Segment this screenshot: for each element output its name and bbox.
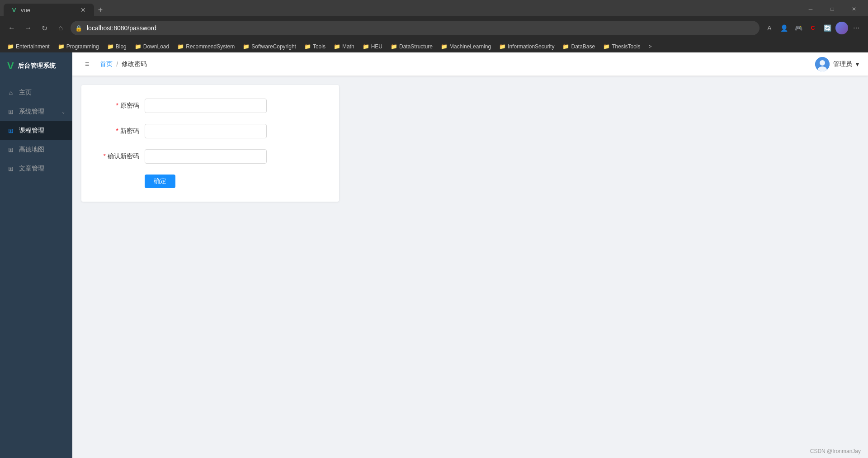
page-header: ≡ 首页 / 修改密码 管理员 ▾ [72, 52, 868, 76]
logo-text: 后台管理系统 [18, 62, 56, 70]
folder-icon: 📁 [441, 43, 448, 50]
old-password-label: *原密码 [99, 102, 145, 110]
folder-icon: 📁 [334, 43, 340, 50]
confirm-password-label: *确认新密码 [99, 152, 145, 161]
bookmark-informationsecurity[interactable]: 📁 InformationSecurity [495, 42, 558, 51]
breadcrumb-separator: / [116, 61, 118, 68]
bookmark-download[interactable]: 📁 DownLoad [131, 42, 173, 51]
bookmark-datastructure[interactable]: 📁 DataStructure [387, 42, 436, 51]
svg-point-1 [820, 60, 825, 66]
sidebar-item-label: 高德地图 [19, 146, 44, 154]
sidebar-item-label: 文章管理 [19, 165, 44, 173]
old-password-input[interactable] [145, 99, 267, 113]
admin-avatar [815, 57, 830, 71]
bookmark-thesistools[interactable]: 📁 ThesisTools [599, 42, 644, 51]
sidebar-item-map[interactable]: ⊞ 高德地图 [0, 140, 72, 159]
folder-icon: 📁 [562, 43, 569, 50]
minimize-button[interactable]: ─ [800, 2, 821, 16]
submit-button[interactable]: 确定 [145, 175, 175, 188]
bookmark-programming[interactable]: 📁 Programming [54, 42, 103, 51]
address-input[interactable] [71, 21, 760, 35]
sidebar-item-label: 系统管理 [19, 108, 44, 116]
new-password-group: *新密码 [99, 124, 321, 138]
bookmark-softwarecopyright[interactable]: 📁 SoftwareCopyright [239, 42, 300, 51]
sidebar-logo: V 后台管理系统 [0, 52, 72, 80]
article-icon: ⊞ [7, 165, 14, 172]
sidebar-item-course[interactable]: ⊞ 课程管理 [0, 121, 72, 140]
course-icon: ⊞ [7, 127, 14, 134]
chevron-down-icon: ⌄ [61, 109, 65, 114]
content-area: *原密码 *新密码 *确认新密码 [72, 76, 868, 458]
new-password-input[interactable] [145, 124, 267, 138]
bookmark-blog[interactable]: 📁 Blog [104, 42, 130, 51]
admin-info[interactable]: 管理员 ▾ [815, 57, 859, 71]
folder-icon: 📁 [58, 43, 65, 50]
main-content: ≡ 首页 / 修改密码 管理员 ▾ [72, 52, 868, 458]
bookmark-entertainment[interactable]: 📁 Entertainment [4, 42, 53, 51]
confirm-password-input[interactable] [145, 149, 267, 164]
profile-icon[interactable]: 👤 [778, 22, 790, 34]
new-password-label: *新密码 [99, 127, 145, 135]
forward-button[interactable]: → [22, 22, 34, 34]
bookmark-tools[interactable]: 📁 Tools [301, 42, 329, 51]
home-button[interactable]: ⌂ [54, 22, 67, 34]
tab-favicon: V [11, 7, 17, 13]
folder-icon: 📁 [363, 43, 369, 50]
required-mark: * [104, 152, 106, 160]
bookmark-recommendsystem[interactable]: 📁 RecommendSystem [174, 42, 238, 51]
folder-icon: 📁 [7, 43, 14, 50]
required-mark: * [116, 102, 118, 109]
tab-title: vue [21, 7, 76, 14]
bookmark-database[interactable]: 📁 DataBase [559, 42, 599, 51]
map-icon: ⊞ [7, 146, 14, 153]
bookmarks-bar: 📁 Entertainment 📁 Programming 📁 Blog 📁 D… [0, 40, 868, 52]
old-password-group: *原密码 [99, 99, 321, 113]
close-button[interactable]: ✕ [844, 2, 864, 16]
form-actions: 确定 [99, 175, 321, 188]
bookmark-heu[interactable]: 📁 HEU [359, 42, 386, 51]
translate-icon[interactable]: A [763, 22, 776, 34]
required-mark: * [116, 127, 118, 134]
tab-close-button[interactable]: ✕ [80, 6, 87, 14]
system-icon: ⊞ [7, 108, 14, 115]
change-password-form-card: *原密码 *新密码 *确认新密码 [81, 85, 339, 202]
folder-icon: 📁 [499, 43, 506, 50]
user-avatar[interactable] [835, 22, 848, 34]
home-icon: ⌂ [7, 89, 14, 96]
sidebar-item-home[interactable]: ⌂ 主页 [0, 83, 72, 102]
logo-icon: V [7, 60, 14, 72]
folder-icon: 📁 [107, 43, 114, 50]
breadcrumb-home-link[interactable]: 首页 [100, 60, 113, 68]
address-security-icon: 🔒 [75, 25, 82, 32]
breadcrumb: 首页 / 修改密码 [100, 60, 147, 68]
confirm-password-group: *确认新密码 [99, 149, 321, 164]
sidebar-item-system[interactable]: ⊞ 系统管理 ⌄ [0, 102, 72, 121]
folder-icon: 📁 [243, 43, 250, 50]
admin-label: 管理员 [833, 60, 852, 68]
new-tab-button[interactable]: + [94, 4, 107, 16]
watermark: CSDN @IronmanJay [810, 448, 861, 454]
admin-arrow-icon: ▾ [856, 61, 859, 68]
folder-icon: 📁 [177, 43, 184, 50]
menu-toggle-button[interactable]: ≡ [81, 58, 93, 70]
bookmark-more[interactable]: > [645, 42, 656, 51]
refresh-icon[interactable]: 🔄 [821, 22, 834, 34]
folder-icon: 📁 [304, 43, 311, 50]
back-button[interactable]: ← [5, 22, 18, 34]
browser-tab[interactable]: V vue ✕ [4, 4, 94, 16]
sidebar-item-article[interactable]: ⊞ 文章管理 [0, 159, 72, 178]
bookmark-machinelearning[interactable]: 📁 MachineLearning [437, 42, 495, 51]
bookmark-math[interactable]: 📁 Math [330, 42, 358, 51]
more-options-icon[interactable]: ⋯ [850, 22, 863, 34]
folder-icon: 📁 [135, 43, 142, 50]
folder-icon: 📁 [603, 43, 610, 50]
extension-icon[interactable]: 🎮 [792, 22, 805, 34]
sidebar-nav: ⌂ 主页 ⊞ 系统管理 ⌄ ⊞ 课程管理 ⊞ 高德地图 ⊞ [0, 80, 72, 458]
sidebar-item-label: 课程管理 [19, 127, 44, 135]
breadcrumb-current: 修改密码 [122, 60, 147, 68]
csdn-icon[interactable]: C [807, 22, 819, 34]
reload-button[interactable]: ↻ [38, 22, 51, 34]
folder-icon: 📁 [391, 43, 397, 50]
maximize-button[interactable]: □ [822, 2, 843, 16]
header-right: 管理员 ▾ [815, 57, 859, 71]
